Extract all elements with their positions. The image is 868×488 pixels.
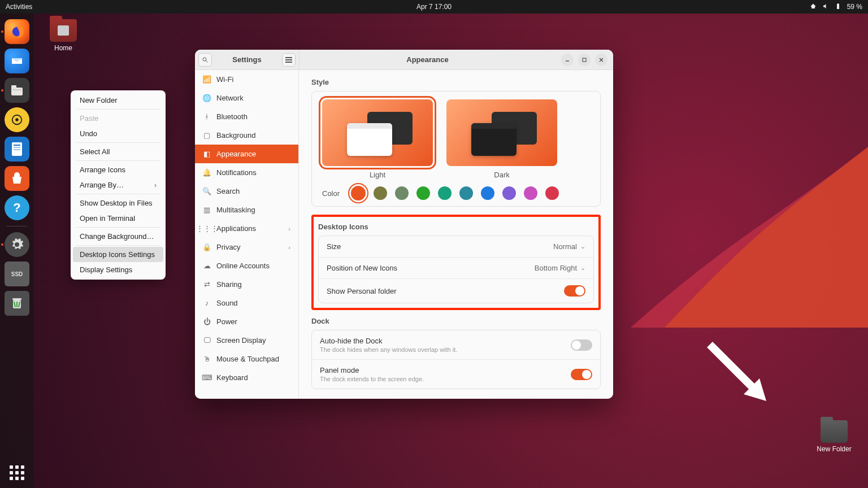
color-swatch-9[interactable] [545, 186, 559, 200]
style-box: Light Dark Color [311, 91, 601, 207]
desktop-icon-home[interactable]: Home [41, 19, 86, 52]
size-value: Normal [553, 242, 577, 251]
dock-app-firefox[interactable] [5, 19, 29, 44]
ctx-arrange-icons[interactable]: Arrange Icons [71, 162, 166, 177]
display-icon: 🖵 [203, 337, 211, 345]
minimize-icon [565, 58, 570, 62]
color-swatch-1[interactable] [374, 186, 387, 200]
hamburger-button[interactable] [282, 53, 296, 67]
ctx-select-all[interactable]: Select All [71, 144, 166, 159]
ctx-open-terminal[interactable]: Open in Terminal [71, 211, 166, 226]
color-swatch-6[interactable] [481, 186, 494, 200]
status-tray[interactable]: 59 % [810, 3, 868, 11]
ctx-arrange-by[interactable]: Arrange By…› [71, 177, 166, 193]
color-swatch-8[interactable] [524, 186, 537, 200]
position-value: Bottom Right [535, 264, 577, 272]
close-button[interactable] [595, 54, 607, 66]
row-icon-size[interactable]: Size Normal ⌄ [319, 236, 593, 257]
sidebar-item-online-accounts[interactable]: ☁Online Accounts [195, 256, 298, 275]
ctx-new-folder[interactable]: New Folder [71, 93, 166, 108]
toggle-show-personal-folder[interactable] [564, 285, 585, 297]
ctx-change-background[interactable]: Change Background… [71, 229, 166, 244]
dock-separator [7, 226, 27, 226]
dock-trash[interactable] [5, 291, 29, 316]
style-light-label: Light [370, 171, 385, 179]
color-swatch-2[interactable] [395, 186, 409, 200]
wallpaper-decoration [631, 147, 868, 328]
apps-icon: ⋮⋮⋮ [203, 225, 211, 233]
svg-rect-2 [11, 85, 16, 88]
dock-app-files[interactable] [5, 78, 29, 103]
sidebar-item-privacy[interactable]: 🔒Privacy› [195, 238, 298, 256]
sidebar-item-bluetooth[interactable]: ᚼBluetooth [195, 107, 298, 126]
sidebar-item-power[interactable]: ⏻Power [195, 312, 298, 331]
desktop-icon-new-folder[interactable]: New Folder [811, 420, 857, 453]
sidebar-item-applications[interactable]: ⋮⋮⋮Applications› [195, 219, 298, 238]
svg-rect-18 [583, 58, 586, 62]
sidebar-item-wifi[interactable]: 📶Wi-Fi [195, 70, 298, 89]
network-icon: 🌐 [203, 94, 211, 102]
row-new-icons-position[interactable]: Position of New Icons Bottom Right ⌄ [319, 257, 593, 278]
clock[interactable]: Apr 7 17:00 [416, 3, 452, 11]
sidebar-item-notifications[interactable]: 🔔Notifications [195, 163, 298, 182]
color-swatch-4[interactable] [438, 186, 452, 200]
search-icon [202, 56, 209, 63]
minimize-button[interactable] [561, 54, 574, 66]
dock-app-rhythmbox[interactable] [5, 107, 29, 132]
titlebar[interactable]: Settings Appearance [195, 50, 613, 70]
chevron-right-icon: › [154, 181, 157, 189]
settings-content: Style Light Dark [299, 70, 613, 399]
maximize-button[interactable] [578, 54, 591, 66]
toggle-autohide-dock[interactable] [571, 339, 592, 351]
sidebar-item-multitasking[interactable]: ▥Multitasking [195, 201, 298, 219]
ctx-show-desktop-files[interactable]: Show Desktop in Files [71, 195, 166, 211]
ctx-undo[interactable]: Undo [71, 126, 166, 141]
sidebar-item-mouse-touchpad[interactable]: 🖱Mouse & Touchpad [195, 350, 298, 368]
sidebar-item-appearance[interactable]: ◧Appearance [195, 145, 298, 163]
accent-color-row: Color [322, 186, 590, 201]
style-dark-thumb[interactable] [446, 99, 557, 166]
color-swatch-3[interactable] [416, 186, 430, 200]
menu-icon [285, 57, 292, 63]
ctx-desktop-icons-settings[interactable]: Desktop Icons Settings [73, 247, 163, 262]
color-swatch-7[interactable] [502, 186, 516, 200]
dock-app-software[interactable] [5, 166, 29, 191]
volume-icon [822, 3, 829, 11]
dock-app-thunderbird[interactable] [5, 49, 29, 73]
sidebar-item-sharing[interactable]: ⇄Sharing [195, 275, 298, 294]
sidebar-item-background[interactable]: ▢Background [195, 126, 298, 145]
style-light-thumb[interactable] [322, 99, 433, 166]
appearance-icon: ◧ [203, 150, 211, 158]
color-label: Color [322, 189, 340, 198]
color-swatch-5[interactable] [459, 186, 473, 200]
bell-icon: 🔔 [203, 169, 211, 177]
background-icon: ▢ [203, 132, 211, 140]
chevron-down-icon: ⌄ [580, 243, 585, 250]
chevron-right-icon: › [288, 225, 290, 232]
mouse-icon: 🖱 [203, 355, 211, 363]
svg-point-12 [203, 58, 206, 61]
ctx-display-settings[interactable]: Display Settings [71, 262, 166, 277]
color-swatch-0[interactable] [351, 186, 366, 201]
search-icon: 🔍 [203, 188, 211, 195]
dock-app-help[interactable]: ? [5, 195, 29, 220]
search-button[interactable] [198, 53, 212, 67]
sidebar-item-search[interactable]: 🔍Search [195, 182, 298, 201]
chevron-down-icon: ⌄ [580, 264, 585, 272]
show-applications[interactable] [10, 465, 24, 480]
sidebar-item-network[interactable]: 🌐Network [195, 89, 298, 107]
sidebar-item-screen-display[interactable]: 🖵Screen Display [195, 331, 298, 350]
toggle-panel-mode[interactable] [571, 369, 592, 380]
sidebar-item-sound[interactable]: ♪Sound [195, 294, 298, 312]
svg-rect-11 [12, 298, 21, 300]
dock-app-writer[interactable] [5, 137, 29, 162]
dock-app-settings[interactable] [5, 232, 29, 257]
sidebar-item-keyboard[interactable]: ⌨Keyboard [195, 368, 298, 387]
settings-window: Settings Appearance 📶Wi-Fi 🌐Network ᚼBlu… [195, 50, 613, 399]
sound-icon: ♪ [203, 299, 211, 307]
activities-button[interactable]: Activities [0, 3, 38, 11]
dock-drive-ssd[interactable]: SSD [5, 262, 29, 286]
desktop-icon-label: New Folder [811, 445, 857, 453]
style-dark-label: Dark [494, 171, 509, 179]
multitask-icon: ▥ [203, 206, 211, 214]
